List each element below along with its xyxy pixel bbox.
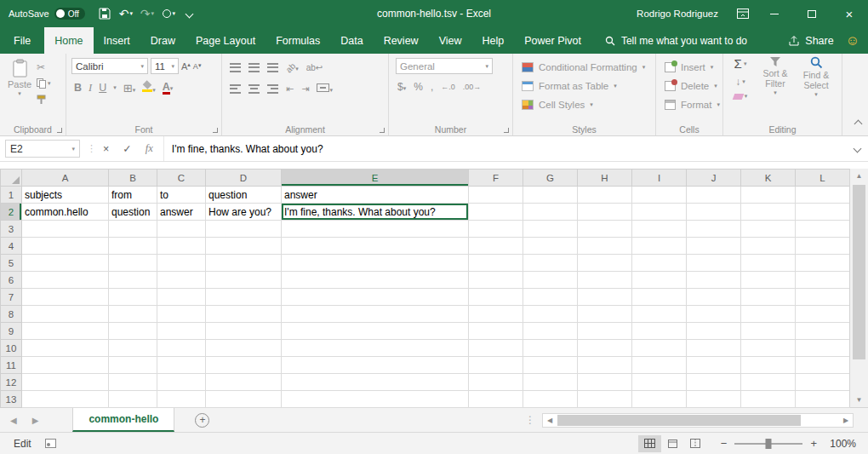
cell-G6[interactable] (523, 272, 578, 289)
touch-mouse-mode-button[interactable]: ▾ (159, 3, 178, 24)
cell-J6[interactable] (687, 272, 741, 289)
cell-A12[interactable] (22, 374, 109, 391)
cell-F3[interactable] (469, 221, 523, 238)
cell-J13[interactable] (687, 391, 741, 408)
increase-indent-button[interactable]: ⇥ (301, 83, 309, 95)
cell-I7[interactable] (632, 289, 687, 306)
cancel-button[interactable]: × (103, 143, 109, 155)
cell-F8[interactable] (469, 306, 523, 323)
cell-L2[interactable] (796, 204, 850, 221)
cell-H1[interactable] (578, 187, 632, 204)
cell-C5[interactable] (157, 255, 206, 272)
vertical-scroll-thumb[interactable] (853, 185, 865, 359)
tab-help[interactable]: Help (472, 27, 515, 54)
row-header-10[interactable]: 10 (1, 340, 22, 357)
cell-J5[interactable] (687, 255, 741, 272)
row-header-5[interactable]: 5 (1, 255, 22, 272)
row-header-3[interactable]: 3 (1, 221, 22, 238)
decrease-font-size-button[interactable]: A▾ (193, 62, 202, 71)
row-header-6[interactable]: 6 (1, 272, 22, 289)
row-header-4[interactable]: 4 (1, 238, 22, 255)
font-color-button[interactable]: A▾ (163, 81, 174, 95)
cell-H10[interactable] (578, 340, 632, 357)
zoom-out-button[interactable]: − (721, 437, 728, 450)
cell-F5[interactable] (469, 255, 523, 272)
cell-B6[interactable] (109, 272, 157, 289)
cell-G1[interactable] (523, 187, 578, 204)
row-header-7[interactable]: 7 (1, 289, 22, 306)
cell-J3[interactable] (687, 221, 741, 238)
horizontal-scroll-thumb[interactable] (557, 415, 801, 426)
bold-button[interactable]: B (74, 82, 82, 94)
normal-view-button[interactable] (638, 435, 661, 452)
tell-me-search[interactable]: Tell me what you want to do (605, 27, 747, 54)
cell-L9[interactable] (796, 323, 850, 340)
cell-C2[interactable]: answer (157, 204, 206, 221)
decrease-decimal-button[interactable]: .00→ (463, 83, 482, 91)
fill-color-button[interactable]: ▾ (142, 82, 156, 95)
row-header-1[interactable]: 1 (1, 187, 22, 204)
cell-E3[interactable] (282, 221, 469, 238)
save-button[interactable] (95, 3, 114, 24)
cell-A4[interactable] (22, 238, 109, 255)
cell-A1[interactable]: subjects (22, 187, 109, 204)
autosave-pill[interactable]: Off (54, 8, 85, 20)
cell-B13[interactable] (109, 391, 157, 408)
cell-I2[interactable] (632, 204, 687, 221)
cell-K7[interactable] (741, 289, 796, 306)
cell-I4[interactable] (632, 238, 687, 255)
cell-B3[interactable] (109, 221, 157, 238)
scroll-left-button[interactable]: ◀ (543, 414, 557, 427)
cell-A9[interactable] (22, 323, 109, 340)
paste-button[interactable]: Paste ▾ (3, 57, 37, 123)
cell-E12[interactable] (282, 374, 469, 391)
cell-F9[interactable] (469, 323, 523, 340)
number-dialog-launcher[interactable] (504, 128, 509, 133)
cell-J12[interactable] (687, 374, 741, 391)
column-header-E[interactable]: E (282, 170, 469, 187)
cell-D10[interactable] (206, 340, 282, 357)
zoom-slider[interactable] (734, 443, 802, 445)
find-select-button[interactable]: Find & Select ▾ (796, 56, 837, 123)
tab-formulas[interactable]: Formulas (266, 27, 330, 54)
cell-I3[interactable] (632, 221, 687, 238)
cell-B4[interactable] (109, 238, 157, 255)
cell-J10[interactable] (687, 340, 741, 357)
cell-K11[interactable] (741, 357, 796, 374)
cell-G9[interactable] (523, 323, 578, 340)
cell-A2[interactable]: common.hello (22, 204, 109, 221)
column-header-A[interactable]: A (22, 170, 109, 187)
column-header-I[interactable]: I (632, 170, 687, 187)
share-button[interactable]: Share (788, 27, 833, 54)
cell-B11[interactable] (109, 357, 157, 374)
cell-E11[interactable] (282, 357, 469, 374)
tab-page-layout[interactable]: Page Layout (186, 27, 266, 54)
align-middle-button[interactable] (248, 63, 260, 72)
vertical-scroll-track[interactable] (850, 183, 868, 393)
zoom-level[interactable]: 100% (825, 438, 856, 450)
cell-K3[interactable] (741, 221, 796, 238)
cell-C3[interactable] (157, 221, 206, 238)
cell-B1[interactable]: from (109, 187, 157, 204)
column-header-K[interactable]: K (741, 170, 796, 187)
cell-H9[interactable] (578, 323, 632, 340)
font-name-select[interactable]: Calibri▾ (71, 58, 148, 74)
cell-A6[interactable] (22, 272, 109, 289)
page-break-preview-button[interactable] (684, 435, 707, 452)
formula-bar-expand-button[interactable] (846, 136, 868, 161)
column-header-B[interactable]: B (109, 170, 157, 187)
name-box[interactable]: E2 ▾ (5, 140, 80, 158)
cell-L11[interactable] (796, 357, 850, 374)
cell-G4[interactable] (523, 238, 578, 255)
cell-J7[interactable] (687, 289, 741, 306)
underline-button[interactable]: U (99, 82, 106, 94)
collapse-ribbon-button[interactable] (855, 118, 861, 129)
format-cells-button[interactable]: Format ▾ (659, 95, 720, 114)
number-format-select[interactable]: General▾ (396, 58, 493, 74)
cell-E8[interactable] (282, 306, 469, 323)
cell-E2[interactable]: I'm fine, thanks. What about you? (282, 204, 469, 221)
cell-L13[interactable] (796, 391, 850, 408)
cell-G13[interactable] (523, 391, 578, 408)
insert-function-button[interactable]: fx (146, 142, 153, 155)
cell-H6[interactable] (578, 272, 632, 289)
